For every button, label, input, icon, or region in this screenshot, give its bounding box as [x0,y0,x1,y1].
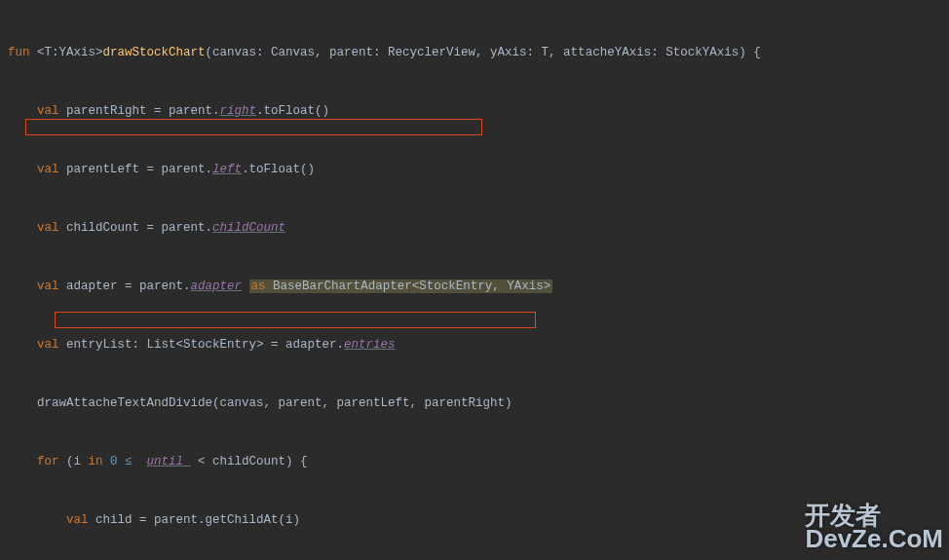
code-line: drawAttacheTextAndDivide(canvas, parent,… [8,393,941,413]
code-editor[interactable]: fun <T:YAxis>drawStockChart(canvas: Canv… [0,0,949,560]
code-line: for (i in 0 ≤ until < childCount) { [8,452,941,471]
code-line: val parentRight = parent.right.toFloat() [8,101,941,121]
code-line: val adapter = parent.adapter as BaseBarC… [8,277,941,296]
code-line: val parentLeft = parent.left.toFloat() [8,160,941,179]
code-line: val childCount = parent.childCount [8,218,941,238]
code-line: val entryList: List<StockEntry> = adapte… [8,335,941,355]
code-line: fun <T:YAxis>drawStockChart(canvas: Canv… [8,43,941,62]
code-line: val child = parent.getChildAt(i) [8,510,941,530]
